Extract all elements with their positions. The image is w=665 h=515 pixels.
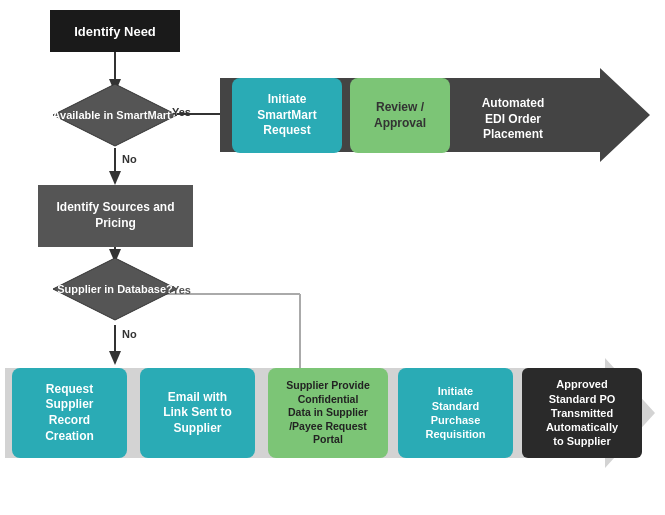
request-supplier-box: Request Supplier Record Creation	[12, 368, 127, 458]
no-label-2: No	[122, 328, 137, 340]
initiate-smartmart-label: Initiate SmartMart Request	[257, 92, 316, 139]
yes-2-text: Yes	[172, 284, 191, 296]
no-label-1: No	[122, 153, 137, 165]
yes-label-2: Yes	[172, 284, 191, 296]
smartmart-diamond: Available in SmartMart?	[51, 82, 179, 148]
approved-po-box: Approved Standard PO Transmitted Automat…	[522, 368, 642, 458]
diagram: Identify Need Available in SmartMart? Ye…	[0, 0, 665, 515]
identify-need-label: Identify Need	[74, 24, 156, 39]
identify-sources-label: Identify Sources and Pricing	[56, 200, 174, 231]
review-approval-label: Review / Approval	[374, 100, 426, 131]
initiate-smartmart-box: Initiate SmartMart Request	[232, 78, 342, 153]
no-1-text: No	[122, 153, 137, 165]
edi-order-label: Automated EDI Order Placement	[458, 82, 568, 157]
initiate-standard-label: Initiate Standard Purchase Requisition	[426, 384, 486, 441]
supplier-provide-label: Supplier Provide Confidential Data in Su…	[286, 379, 369, 447]
supplier-diamond-label: Supplier in Database?	[57, 282, 173, 296]
identify-need-box: Identify Need	[50, 10, 180, 52]
email-link-label: Email with Link Sent to Supplier	[163, 390, 232, 437]
supplier-provide-box: Supplier Provide Confidential Data in Su…	[268, 368, 388, 458]
initiate-standard-box: Initiate Standard Purchase Requisition	[398, 368, 513, 458]
yes-1-text: Yes	[172, 106, 191, 118]
email-link-box: Email with Link Sent to Supplier	[140, 368, 255, 458]
identify-sources-box: Identify Sources and Pricing	[38, 185, 193, 247]
request-supplier-label: Request Supplier Record Creation	[45, 382, 94, 444]
edi-order-text: Automated EDI Order Placement	[482, 96, 545, 143]
yes-label-1: Yes	[172, 106, 191, 118]
smartmart-diamond-label: Available in SmartMart?	[53, 108, 178, 122]
supplier-diamond: Supplier in Database?	[51, 256, 179, 322]
approved-po-label: Approved Standard PO Transmitted Automat…	[546, 377, 618, 448]
svg-marker-3	[109, 171, 121, 185]
no-2-text: No	[122, 328, 137, 340]
review-approval-box: Review / Approval	[350, 78, 450, 153]
